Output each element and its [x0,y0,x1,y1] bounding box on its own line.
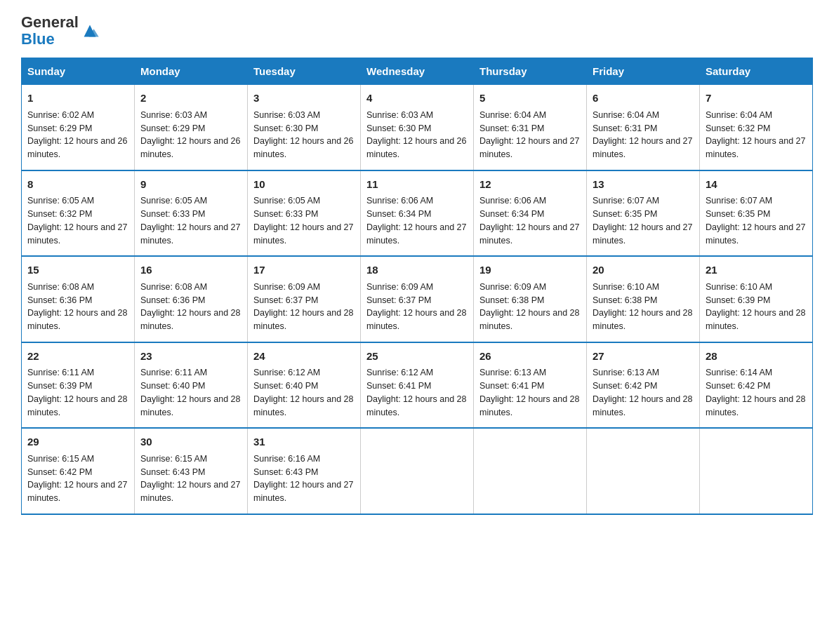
sunrise-label: Sunrise: 6:16 AM [253,454,320,464]
calendar-cell: 8Sunrise: 6:05 AMSunset: 6:32 PMDaylight… [22,170,135,257]
day-number: 10 [253,177,355,193]
calendar-cell: 29Sunrise: 6:15 AMSunset: 6:42 PMDayligh… [22,428,135,514]
calendar-cell: 13Sunrise: 6:07 AMSunset: 6:35 PMDayligh… [587,170,700,257]
day-number: 8 [27,177,128,193]
sunset-label: Sunset: 6:33 PM [253,209,318,219]
day-number: 11 [366,177,468,193]
logo-text: GeneralBlue [21,14,79,48]
day-number: 22 [27,349,128,365]
daylight-label: Daylight: 12 hours and 28 minutes. [27,308,127,331]
day-number: 30 [140,434,241,450]
daylight-label: Daylight: 12 hours and 28 minutes. [140,394,240,417]
day-number: 28 [706,349,807,365]
day-number: 29 [27,434,128,450]
calendar-cell: 30Sunrise: 6:15 AMSunset: 6:43 PMDayligh… [135,428,248,514]
day-number: 24 [253,349,355,365]
daylight-label: Daylight: 12 hours and 27 minutes. [479,136,579,159]
day-number: 17 [253,262,355,279]
sunrise-label: Sunrise: 6:14 AM [706,368,772,377]
sunset-label: Sunset: 6:39 PM [706,295,770,305]
sunrise-label: Sunrise: 6:03 AM [253,110,320,120]
calendar-cell: 31Sunrise: 6:16 AMSunset: 6:43 PMDayligh… [248,428,361,514]
day-number: 18 [366,262,468,279]
calendar-cell: 25Sunrise: 6:12 AMSunset: 6:41 PMDayligh… [361,342,474,429]
daylight-label: Daylight: 12 hours and 26 minutes. [253,136,353,159]
sunset-label: Sunset: 6:36 PM [27,295,92,305]
sunset-label: Sunset: 6:34 PM [479,209,544,219]
logo-icon [80,21,100,41]
logo: GeneralBlue [21,14,101,48]
daylight-label: Daylight: 12 hours and 27 minutes. [27,222,127,246]
sunrise-label: Sunrise: 6:06 AM [366,196,433,206]
day-number: 15 [27,262,128,279]
day-number: 12 [479,177,581,193]
sunrise-label: Sunrise: 6:12 AM [253,368,320,377]
sunset-label: Sunset: 6:40 PM [253,381,318,391]
sunrise-label: Sunrise: 6:03 AM [140,110,207,120]
sunset-label: Sunset: 6:42 PM [593,381,657,391]
sunset-label: Sunset: 6:42 PM [27,467,92,477]
day-header-wednesday: Wednesday [361,58,474,85]
daylight-label: Daylight: 12 hours and 27 minutes. [593,136,692,159]
day-header-thursday: Thursday [474,58,587,85]
page-header: GeneralBlue [21,14,813,48]
sunrise-label: Sunrise: 6:05 AM [140,196,207,206]
sunset-label: Sunset: 6:34 PM [366,209,431,219]
sunrise-label: Sunrise: 6:07 AM [706,196,772,206]
day-number: 3 [253,90,355,107]
calendar-cell: 1Sunrise: 6:02 AMSunset: 6:29 PMDaylight… [22,85,135,170]
daylight-label: Daylight: 12 hours and 28 minutes. [706,394,805,417]
day-number: 6 [593,90,694,107]
day-header-monday: Monday [135,58,248,85]
daylight-label: Daylight: 12 hours and 28 minutes. [253,308,353,331]
day-number: 14 [706,177,807,193]
calendar-cell: 14Sunrise: 6:07 AMSunset: 6:35 PMDayligh… [700,170,813,257]
sunset-label: Sunset: 6:36 PM [140,295,205,305]
sunset-label: Sunset: 6:37 PM [366,295,431,305]
calendar-cell: 24Sunrise: 6:12 AMSunset: 6:40 PMDayligh… [248,342,361,429]
calendar-week-row: 22Sunrise: 6:11 AMSunset: 6:39 PMDayligh… [22,342,813,429]
sunset-label: Sunset: 6:30 PM [253,123,318,133]
calendar-cell: 10Sunrise: 6:05 AMSunset: 6:33 PMDayligh… [248,170,361,257]
day-header-sunday: Sunday [22,58,135,85]
daylight-label: Daylight: 12 hours and 27 minutes. [253,222,353,246]
calendar-cell: 4Sunrise: 6:03 AMSunset: 6:30 PMDaylight… [361,85,474,170]
sunrise-label: Sunrise: 6:10 AM [706,282,772,292]
day-number: 26 [479,349,581,365]
sunset-label: Sunset: 6:31 PM [479,123,544,133]
calendar-week-row: 8Sunrise: 6:05 AMSunset: 6:32 PMDaylight… [22,170,813,257]
calendar-cell: 12Sunrise: 6:06 AMSunset: 6:34 PMDayligh… [474,170,587,257]
calendar-cell: 15Sunrise: 6:08 AMSunset: 6:36 PMDayligh… [22,256,135,342]
daylight-label: Daylight: 12 hours and 27 minutes. [593,222,692,246]
calendar-cell: 17Sunrise: 6:09 AMSunset: 6:37 PMDayligh… [248,256,361,342]
day-number: 20 [593,262,694,279]
sunrise-label: Sunrise: 6:02 AM [27,110,94,120]
day-number: 7 [706,90,807,107]
calendar-week-row: 1Sunrise: 6:02 AMSunset: 6:29 PMDaylight… [22,85,813,170]
sunrise-label: Sunrise: 6:13 AM [593,368,659,377]
sunset-label: Sunset: 6:32 PM [27,209,92,219]
daylight-label: Daylight: 12 hours and 28 minutes. [366,394,466,417]
sunrise-label: Sunrise: 6:08 AM [140,282,207,292]
calendar-cell [700,428,813,514]
logo-blue: Blue [21,30,55,48]
calendar-cell: 19Sunrise: 6:09 AMSunset: 6:38 PMDayligh… [474,256,587,342]
day-number: 25 [366,349,468,365]
sunset-label: Sunset: 6:35 PM [593,209,657,219]
sunset-label: Sunset: 6:43 PM [140,467,205,477]
sunset-label: Sunset: 6:38 PM [593,295,657,305]
day-number: 4 [366,90,468,107]
sunset-label: Sunset: 6:43 PM [253,467,318,477]
daylight-label: Daylight: 12 hours and 27 minutes. [27,480,127,503]
sunrise-label: Sunrise: 6:09 AM [479,282,546,292]
daylight-label: Daylight: 12 hours and 28 minutes. [366,308,466,331]
calendar-cell [361,428,474,514]
calendar-cell: 6Sunrise: 6:04 AMSunset: 6:31 PMDaylight… [587,85,700,170]
daylight-label: Daylight: 12 hours and 28 minutes. [593,308,692,331]
sunrise-label: Sunrise: 6:15 AM [27,454,94,464]
daylight-label: Daylight: 12 hours and 26 minutes. [27,136,127,159]
sunrise-label: Sunrise: 6:08 AM [27,282,94,292]
sunrise-label: Sunrise: 6:03 AM [366,110,433,120]
sunrise-label: Sunrise: 6:09 AM [253,282,320,292]
calendar-cell: 27Sunrise: 6:13 AMSunset: 6:42 PMDayligh… [587,342,700,429]
